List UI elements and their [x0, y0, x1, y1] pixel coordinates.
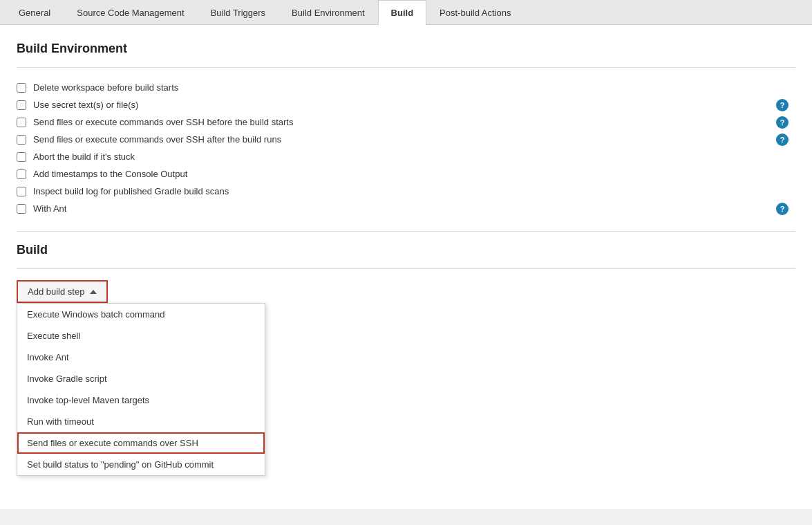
add-build-step-container: Add build step Execute Windows batch com… [17, 280, 108, 303]
tab-source-code-management[interactable]: Source Code Management [64, 0, 197, 25]
checkbox-4[interactable] [17, 152, 26, 162]
build-title: Build [17, 243, 795, 257]
checkbox-3[interactable] [17, 135, 26, 145]
help-icon-1[interactable]: ? [776, 99, 789, 111]
checkbox-7[interactable] [17, 204, 26, 214]
tab-build-environment[interactable]: Build Environment [278, 0, 378, 25]
checkbox-row-7: With Ant? [17, 200, 795, 217]
dropdown-item-3[interactable]: Invoke Gradle script [17, 368, 265, 389]
checkbox-label-4: Abort the build if it's stuck [33, 151, 795, 162]
build-step-dropdown: Execute Windows batch commandExecute she… [17, 303, 265, 476]
checkbox-label-0: Delete workspace before build starts [33, 82, 795, 93]
checkbox-row-5: Add timestamps to the Console Output [17, 165, 795, 183]
checkbox-label-7: With Ant [33, 203, 795, 214]
dropdown-item-4[interactable]: Invoke top-level Maven targets [17, 389, 265, 411]
checkbox-6[interactable] [17, 187, 26, 196]
add-build-step-label: Add build step [28, 286, 84, 297]
build-section: Build Add build step Execute Windows bat… [17, 243, 795, 303]
checkbox-row-4: Abort the build if it's stuck [17, 148, 795, 165]
checkbox-row-3: Send files or execute commands over SSH … [17, 131, 795, 148]
checkboxes-container: Delete workspace before build startsUse … [17, 79, 795, 217]
main-content: Build Environment Delete workspace befor… [0, 25, 812, 509]
checkbox-5[interactable] [17, 169, 26, 179]
tab-general[interactable]: General [6, 0, 64, 25]
checkbox-row-2: Send files or execute commands over SSH … [17, 113, 795, 131]
checkbox-row-6: Inspect build log for published Gradle b… [17, 183, 795, 200]
tab-build[interactable]: Build [378, 0, 427, 25]
build-environment-section: Build Environment Delete workspace befor… [17, 42, 795, 217]
divider-2 [17, 231, 795, 232]
help-icon-2[interactable]: ? [776, 116, 789, 129]
checkbox-label-2: Send files or execute commands over SSH … [33, 117, 795, 127]
checkbox-label-1: Use secret text(s) or file(s) [33, 100, 795, 110]
checkbox-label-5: Add timestamps to the Console Output [33, 169, 795, 179]
checkbox-label-6: Inspect build log for published Gradle b… [33, 186, 795, 196]
checkbox-row-0: Delete workspace before build starts [17, 79, 795, 96]
arrow-up-icon [90, 290, 97, 294]
dropdown-item-1[interactable]: Execute shell [17, 325, 265, 347]
checkbox-1[interactable] [17, 100, 26, 110]
checkbox-row-1: Use secret text(s) or file(s)? [17, 96, 795, 113]
dropdown-item-5[interactable]: Run with timeout [17, 411, 265, 432]
dropdown-item-6[interactable]: Send files or execute commands over SSH [17, 432, 265, 454]
tab-bar: General Source Code Management Build Tri… [0, 0, 812, 25]
build-environment-title: Build Environment [17, 42, 795, 56]
add-build-step-button[interactable]: Add build step [17, 280, 108, 303]
checkbox-2[interactable] [17, 118, 26, 127]
help-icon-3[interactable]: ? [776, 133, 789, 146]
checkbox-label-3: Send files or execute commands over SSH … [33, 134, 795, 145]
divider-3 [17, 268, 795, 269]
dropdown-item-7[interactable]: Set build status to "pending" on GitHub … [17, 454, 265, 475]
help-icon-7[interactable]: ? [776, 203, 789, 215]
checkbox-0[interactable] [17, 83, 26, 93]
dropdown-item-0[interactable]: Execute Windows batch command [17, 304, 265, 325]
tab-build-triggers[interactable]: Build Triggers [198, 0, 278, 25]
dropdown-item-2[interactable]: Invoke Ant [17, 347, 265, 368]
tab-post-build-actions[interactable]: Post-build Actions [426, 0, 524, 25]
divider-1 [17, 67, 795, 68]
